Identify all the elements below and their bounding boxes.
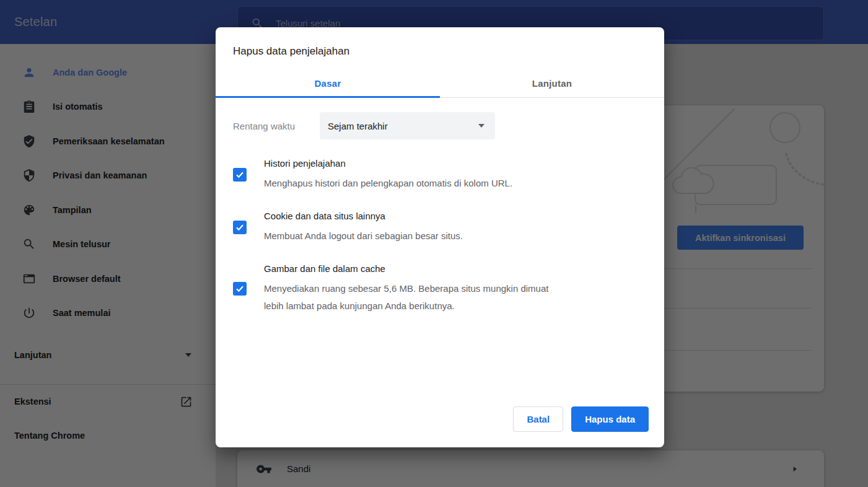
dialog-title: Hapus data penjelajahan: [216, 27, 664, 59]
checkmark-icon: [235, 170, 245, 180]
dialog-footer: Batal Hapus data: [498, 406, 664, 447]
checkmark-icon: [235, 222, 245, 232]
browsing-history-checkbox[interactable]: [233, 168, 247, 182]
checkbox-description: Menyediakan ruang sebesar 5,6 MB. Bebera…: [264, 280, 569, 315]
dialog-tabs: Dasar Lanjutan: [216, 69, 664, 98]
tab-basic[interactable]: Dasar: [216, 69, 440, 97]
time-range-label: Rentang waktu: [233, 121, 311, 131]
checkbox-label: Gambar dan file dalam cache: [264, 262, 569, 276]
time-range-row: Rentang waktu Sejam terakhir: [233, 112, 647, 139]
checkbox-text: Histori penjelajahan Menghapus histori d…: [264, 157, 512, 192]
clear-data-button[interactable]: Hapus data: [571, 406, 649, 432]
tab-advanced[interactable]: Lanjutan: [440, 69, 664, 97]
checkbox-row-cached-files: Gambar dan file dalam cache Menyediakan …: [233, 262, 647, 315]
time-range-select[interactable]: Sejam terakhir: [320, 112, 495, 139]
checkbox-row-cookies: Cookie dan data situs lainnya Membuat An…: [233, 209, 647, 245]
dialog-body: Rentang waktu Sejam terakhir Histori pen…: [216, 112, 664, 315]
checkbox-row-browsing-history: Histori penjelajahan Menghapus histori d…: [233, 157, 647, 192]
cookies-checkbox[interactable]: [233, 221, 247, 234]
checkbox-description: Membuat Anda logout dari sebagian besar …: [264, 227, 463, 245]
cancel-button[interactable]: Batal: [513, 406, 563, 432]
checkbox-text: Gambar dan file dalam cache Menyediakan …: [264, 262, 569, 315]
checkmark-icon: [235, 284, 245, 294]
clear-browsing-data-dialog: Hapus data penjelajahan Dasar Lanjutan R…: [216, 27, 664, 447]
cached-files-checkbox[interactable]: [233, 282, 247, 296]
checkbox-description: Menghapus histori dan pelengkapan otomat…: [264, 175, 512, 192]
chevron-down-icon: [478, 124, 484, 128]
checkbox-text: Cookie dan data situs lainnya Membuat An…: [264, 209, 463, 245]
checkbox-label: Histori penjelajahan: [264, 157, 512, 170]
time-range-value: Sejam terakhir: [328, 121, 388, 131]
checkbox-label: Cookie dan data situs lainnya: [264, 209, 463, 223]
chrome-settings-page: Setelan Telusuri setelan Anda dan Google…: [0, 0, 868, 487]
